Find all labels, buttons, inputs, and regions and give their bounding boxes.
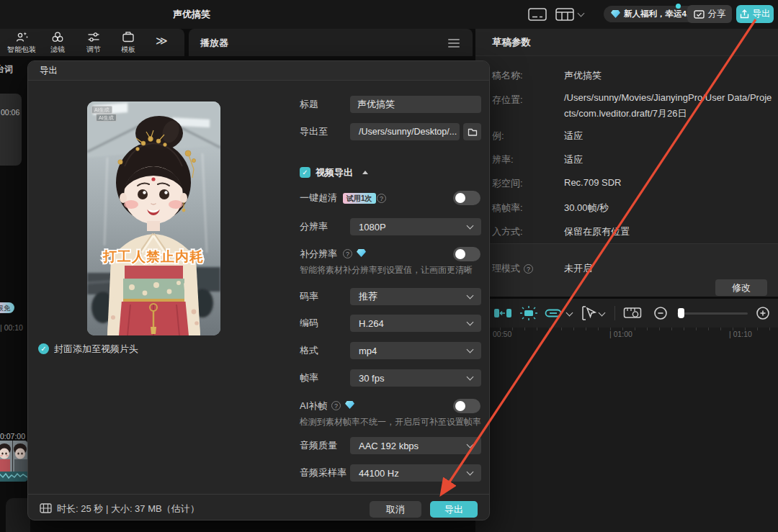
export-dialog: 导出 bbox=[27, 60, 490, 520]
ruler-timestamp: | 00:10 bbox=[0, 323, 23, 332]
format-dropdown[interactable]: mp4 bbox=[350, 342, 481, 359]
captions-icon[interactable] bbox=[528, 8, 547, 21]
chevron-down-icon bbox=[467, 222, 474, 230]
timeline-ruler[interactable]: 00:50 | 01:00 | 01:10 bbox=[475, 328, 778, 341]
bitrate-dropdown[interactable]: 推荐 bbox=[350, 288, 481, 305]
chevron-down-icon bbox=[467, 346, 474, 353]
captions-panel-tab[interactable]: 台词 bbox=[0, 63, 13, 76]
super-resolution-desc: 智能将素材补分辨率到设置值，让画面更清晰 bbox=[300, 264, 473, 276]
help-icon[interactable]: ? bbox=[343, 249, 352, 258]
chevron-down-icon bbox=[467, 469, 474, 476]
chevron-down-icon bbox=[467, 374, 474, 381]
help-icon[interactable]: ? bbox=[524, 264, 533, 274]
export-info: 时长: 25 秒 | 大小: 37 MB（估计） bbox=[57, 502, 200, 515]
draft-params-panel: 草稿参数 稿名称: 声优搞笑 存位置: /Users/sunny/Movies/… bbox=[475, 29, 778, 297]
vip-diamond-icon bbox=[357, 249, 366, 257]
share-button[interactable]: 分享 bbox=[687, 5, 732, 23]
timeline-panel: 00:50 | 01:00 | 01:10 bbox=[475, 299, 778, 532]
tool-adjust[interactable]: 调节 bbox=[77, 31, 110, 55]
draft-bottom-section: 理模式? 未开启 修改 bbox=[475, 243, 778, 297]
help-icon[interactable]: ? bbox=[377, 194, 386, 203]
fps-label: 帧率 bbox=[300, 369, 318, 387]
adjust-sliders-icon bbox=[87, 31, 100, 43]
timeline-toolbar bbox=[475, 299, 778, 328]
cover-checkbox[interactable] bbox=[38, 343, 49, 354]
export-path-field[interactable]: /Users/sunny/Desktop/... bbox=[350, 123, 460, 140]
ruler-label: 00:50 bbox=[493, 330, 511, 338]
top-toolbar-panel: 智能包装 滤镜 调节 模板 ≫ bbox=[0, 29, 184, 56]
promo-notification-dot bbox=[676, 4, 681, 9]
layout-icon[interactable] bbox=[555, 8, 574, 21]
cursor-chevron-down-icon[interactable] bbox=[599, 310, 606, 317]
draft-row-value: Rec.709 SDR bbox=[564, 177, 621, 188]
vip-diamond-icon bbox=[345, 401, 354, 409]
draft-row-value: 保留在原有位置 bbox=[564, 225, 630, 238]
smart-package-icon bbox=[15, 31, 28, 43]
share-icon bbox=[694, 10, 705, 19]
draft-row-label: 存位置: bbox=[492, 94, 523, 107]
modify-button[interactable]: 修改 bbox=[715, 279, 767, 296]
export-dialog-footer: 时长: 25 秒 | 大小: 37 MB（估计） 取消 导出 bbox=[28, 494, 490, 520]
cursor-select-icon[interactable] bbox=[581, 305, 596, 321]
draft-panel-title: 草稿参数 bbox=[475, 29, 778, 56]
topbar-export-button[interactable]: 导出 bbox=[736, 5, 774, 23]
tool-smart-package[interactable]: 智能包装 bbox=[5, 31, 38, 55]
auto-snap-icon[interactable] bbox=[493, 305, 513, 321]
link-icon[interactable] bbox=[545, 305, 562, 321]
draft-row-value: 未开启 bbox=[564, 262, 592, 275]
timeline-preview-icon[interactable] bbox=[623, 305, 642, 321]
draft-row-value: 声优搞笑 bbox=[564, 69, 602, 82]
template-icon bbox=[122, 31, 135, 43]
resolution-dropdown[interactable]: 1080P bbox=[350, 218, 481, 235]
draft-row-label: 稿帧率: bbox=[492, 202, 523, 215]
super-resolution-toggle[interactable] bbox=[453, 247, 480, 261]
zoom-slider-track[interactable] bbox=[677, 312, 748, 315]
draft-row-value: /Users/sunny/Movies/JianyingPro/User Dat… bbox=[564, 90, 773, 122]
clip-timestamp: 0:07:00 bbox=[0, 432, 25, 441]
codec-dropdown[interactable]: H.264 bbox=[350, 315, 481, 332]
ai-generated-tag: AI生成 bbox=[96, 114, 117, 122]
cancel-button[interactable]: 取消 bbox=[370, 501, 421, 518]
export-to-label: 导出至 bbox=[300, 123, 328, 140]
ai-frame-toggle[interactable] bbox=[453, 399, 480, 413]
zoom-slider-knob[interactable] bbox=[678, 308, 684, 318]
link-chevron-down-icon[interactable] bbox=[566, 310, 573, 317]
toolbar-divider bbox=[614, 306, 615, 320]
codec-label: 编码 bbox=[300, 315, 318, 332]
trial-badge: 试用1次 bbox=[343, 193, 376, 204]
zoom-out-icon[interactable] bbox=[653, 305, 669, 321]
hyper-clear-toggle[interactable] bbox=[453, 191, 480, 205]
zoom-in-icon[interactable] bbox=[755, 305, 771, 321]
tool-filter[interactable]: 滤镜 bbox=[41, 31, 74, 55]
draft-row-label: 彩空间: bbox=[492, 177, 523, 190]
fps-dropdown[interactable]: 30 fps bbox=[350, 369, 481, 387]
toolbar-expand-button[interactable]: ≫ bbox=[156, 34, 168, 48]
filter-icon bbox=[51, 31, 64, 43]
film-icon bbox=[40, 503, 52, 513]
ai-generated-tag: AI生成 bbox=[91, 106, 112, 114]
hyper-clear-label: 一键超清 bbox=[300, 189, 337, 207]
caption-card[interactable] bbox=[0, 94, 22, 166]
collapse-section-icon[interactable] bbox=[362, 171, 368, 174]
title-input[interactable] bbox=[350, 96, 481, 113]
cover-overlay-text: 打工人禁止内耗 bbox=[102, 249, 204, 264]
ai-frame-label: AI补帧 bbox=[300, 397, 327, 415]
browse-folder-button[interactable] bbox=[463, 123, 481, 140]
limited-free-badge: 限免 bbox=[0, 302, 14, 313]
top-bar: 声优搞笑 新人福利，幸运4.6折 分享 导出 bbox=[0, 0, 778, 29]
lower-panel-corner bbox=[6, 498, 30, 532]
help-icon[interactable]: ? bbox=[331, 401, 341, 410]
chevron-down-icon bbox=[467, 319, 474, 326]
layout-chevron-down-icon[interactable] bbox=[578, 10, 585, 17]
dialog-export-button[interactable]: 导出 bbox=[430, 501, 478, 518]
cover-preview-image[interactable]: 打工人禁止内耗 AI生成 AI生成 bbox=[87, 102, 220, 335]
audio-rate-dropdown[interactable]: 44100 Hz bbox=[350, 464, 481, 482]
draft-row-label: 入方式: bbox=[492, 225, 523, 238]
export-upload-icon bbox=[740, 9, 749, 19]
tool-template[interactable]: 模板 bbox=[112, 31, 145, 55]
video-export-checkbox[interactable] bbox=[300, 167, 310, 178]
audio-quality-dropdown[interactable]: AAC 192 kbps bbox=[350, 437, 481, 454]
video-clip-thumbnails[interactable] bbox=[0, 441, 27, 482]
preview-axis-icon[interactable] bbox=[519, 305, 539, 321]
player-menu-icon[interactable] bbox=[448, 39, 460, 48]
